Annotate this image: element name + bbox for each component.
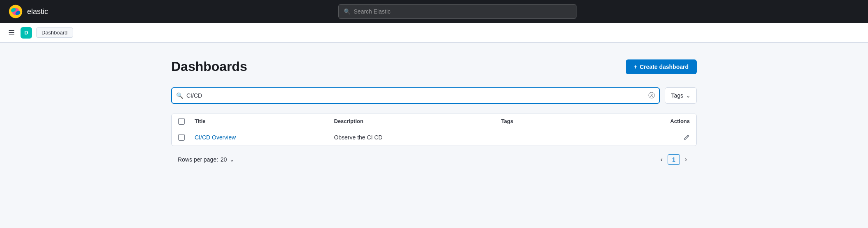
- table-footer: Rows per page: 20 ⌄ ‹ 1 ›: [171, 149, 697, 170]
- select-all-checkbox[interactable]: [178, 118, 185, 125]
- next-page-button[interactable]: ›: [682, 154, 690, 165]
- global-search-container: 🔍: [55, 4, 860, 19]
- header-tags: Tags: [501, 118, 641, 125]
- avatar: D: [21, 27, 32, 39]
- elastic-logo[interactable]: elastic: [8, 4, 48, 19]
- header-checkbox-cell: [178, 118, 195, 125]
- page-header: Dashboards + Create dashboard: [171, 59, 697, 74]
- tags-chevron-icon: ⌄: [686, 92, 691, 99]
- header-title: Title: [195, 118, 334, 125]
- current-page-number[interactable]: 1: [668, 154, 680, 165]
- create-dashboard-button[interactable]: + Create dashboard: [626, 59, 697, 74]
- header-actions: Actions: [641, 118, 690, 125]
- page-title: Dashboards: [171, 59, 247, 74]
- row-actions-cell: [641, 134, 690, 141]
- plus-icon: +: [634, 64, 637, 70]
- edit-pencil-icon: [683, 134, 690, 141]
- table-header: Title Description Tags Actions: [172, 114, 696, 129]
- table-row: CI/CD Overview Observe the CI CD: [172, 129, 696, 146]
- top-nav: elastic 🔍: [0, 0, 868, 23]
- dashboard-title-link[interactable]: CI/CD Overview: [195, 134, 236, 141]
- tags-label: Tags: [671, 92, 683, 99]
- global-search-input[interactable]: [354, 8, 571, 15]
- main-content: Dashboards + Create dashboard 🔍 ⓧ Tags ⌄…: [147, 43, 721, 186]
- row-checkbox-cell: [178, 134, 195, 141]
- row-checkbox[interactable]: [178, 134, 185, 141]
- row-description-cell: Observe the CI CD: [334, 134, 501, 141]
- global-search-bar[interactable]: 🔍: [338, 4, 576, 19]
- breadcrumb-dashboard[interactable]: Dashboard: [36, 27, 73, 38]
- rows-per-page-value: 20: [220, 156, 227, 163]
- prev-page-button[interactable]: ‹: [657, 154, 666, 165]
- search-row: 🔍 ⓧ Tags ⌄: [171, 87, 697, 104]
- elastic-logo-icon: [8, 4, 23, 19]
- pagination: ‹ 1 ›: [657, 154, 690, 165]
- elastic-logo-text: elastic: [27, 7, 48, 16]
- global-search-icon: 🔍: [344, 8, 351, 15]
- clear-search-button[interactable]: ⓧ: [648, 91, 655, 100]
- filter-search-bar[interactable]: 🔍 ⓧ: [171, 87, 660, 104]
- tags-filter-button[interactable]: Tags ⌄: [665, 87, 697, 104]
- hamburger-button[interactable]: ☰: [7, 27, 16, 39]
- rows-per-page-label: Rows per page:: [178, 156, 218, 163]
- row-title-cell: CI/CD Overview: [195, 134, 334, 141]
- filter-search-input[interactable]: [186, 92, 645, 99]
- filter-search-icon: 🔍: [176, 92, 183, 99]
- rows-per-page[interactable]: Rows per page: 20 ⌄: [178, 156, 234, 163]
- second-nav: ☰ D Dashboard: [0, 23, 868, 43]
- dashboard-table: Title Description Tags Actions CI/CD Ove…: [171, 114, 697, 146]
- header-description: Description: [334, 118, 501, 125]
- create-dashboard-label: Create dashboard: [640, 64, 689, 70]
- edit-dashboard-button[interactable]: [641, 134, 690, 141]
- rows-per-page-chevron-icon: ⌄: [230, 156, 234, 163]
